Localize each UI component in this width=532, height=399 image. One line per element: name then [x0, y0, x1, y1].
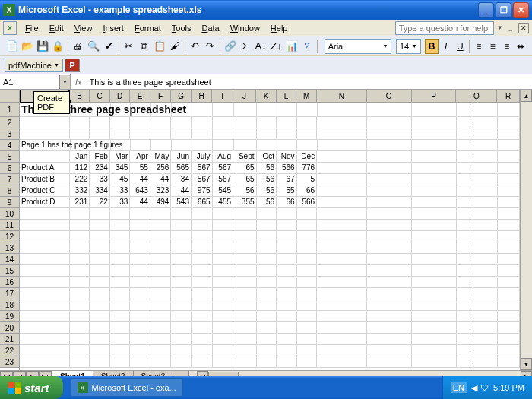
- menu-file[interactable]: File: [20, 22, 44, 34]
- sort-desc-icon[interactable]: Z↓: [269, 38, 283, 55]
- menu-window[interactable]: Window: [225, 22, 265, 34]
- cell-J9[interactable]: 355: [233, 197, 256, 208]
- cell-D3[interactable]: [110, 128, 131, 140]
- row-header-21[interactable]: 21: [0, 334, 19, 345]
- cell-Q14[interactable]: [457, 254, 498, 265]
- cell-J14[interactable]: [233, 254, 256, 265]
- menu-help[interactable]: Help: [265, 22, 293, 34]
- cell-F5[interactable]: May: [150, 151, 172, 163]
- cell-O1[interactable]: [367, 103, 412, 117]
- cell-R9[interactable]: [498, 197, 520, 208]
- cell-D14[interactable]: [110, 254, 131, 265]
- cell-D6[interactable]: 345: [110, 163, 131, 174]
- cell-Q23[interactable]: [457, 356, 498, 368]
- scroll-down-button[interactable]: ▼: [521, 358, 532, 370]
- cell-B18[interactable]: [70, 299, 90, 311]
- print-preview-icon[interactable]: 🔍: [86, 38, 100, 55]
- hyperlink-icon[interactable]: 🔗: [223, 38, 237, 55]
- cell-O17[interactable]: [367, 288, 412, 299]
- close-button[interactable]: ✕: [513, 2, 529, 18]
- cell-O23[interactable]: [367, 356, 412, 368]
- cell-H19[interactable]: [192, 311, 213, 322]
- cell-D9[interactable]: 33: [110, 197, 131, 208]
- cell-K20[interactable]: [257, 322, 277, 334]
- merge-center-button[interactable]: ⬌: [514, 39, 527, 54]
- system-tray[interactable]: EN ◀ 🛡 5:19 PM: [442, 376, 532, 399]
- cell-N17[interactable]: [317, 288, 367, 299]
- menu-view[interactable]: View: [69, 22, 98, 34]
- cell-D18[interactable]: [110, 299, 131, 311]
- cell-H10[interactable]: [192, 208, 213, 220]
- cell-C23[interactable]: [90, 356, 110, 368]
- cell-D16[interactable]: [110, 277, 131, 288]
- cell-E14[interactable]: [130, 254, 150, 265]
- cell-I20[interactable]: [213, 322, 234, 334]
- cell-N19[interactable]: [317, 311, 367, 322]
- row-header-12[interactable]: 12: [0, 231, 19, 242]
- cell-I21[interactable]: [213, 334, 234, 345]
- cell-M13[interactable]: [297, 242, 318, 254]
- cell-D10[interactable]: [110, 208, 131, 220]
- cell-R14[interactable]: [498, 254, 520, 265]
- cell-P14[interactable]: [412, 254, 457, 265]
- cell-O19[interactable]: [367, 311, 412, 322]
- cell-D5[interactable]: Mar: [110, 151, 131, 163]
- cell-P4[interactable]: [412, 140, 457, 151]
- cell-M2[interactable]: [297, 117, 318, 128]
- cell-L12[interactable]: [277, 231, 297, 242]
- cell-E2[interactable]: [130, 117, 150, 128]
- cell-C13[interactable]: [90, 242, 110, 254]
- cell-K23[interactable]: [257, 356, 277, 368]
- cell-N7[interactable]: [317, 174, 367, 185]
- cell-B13[interactable]: [70, 242, 90, 254]
- cell-C8[interactable]: 334: [90, 185, 110, 197]
- row-header-16[interactable]: 16: [0, 277, 19, 288]
- cell-J13[interactable]: [233, 242, 256, 254]
- cell-Q2[interactable]: [457, 117, 498, 128]
- paste-icon[interactable]: 📋: [152, 38, 166, 55]
- cell-C11[interactable]: [90, 220, 110, 231]
- cell-J8[interactable]: 56: [233, 185, 256, 197]
- clock[interactable]: 5:19 PM: [493, 383, 524, 392]
- cell-A12[interactable]: [20, 231, 70, 242]
- cell-K21[interactable]: [257, 334, 277, 345]
- cell-B23[interactable]: [70, 356, 90, 368]
- cell-D11[interactable]: [110, 220, 131, 231]
- menu-format[interactable]: Format: [129, 22, 166, 34]
- cell-L23[interactable]: [277, 356, 297, 368]
- cell-B19[interactable]: [70, 311, 90, 322]
- cell-Q3[interactable]: [457, 128, 498, 140]
- cell-E8[interactable]: 643: [130, 185, 150, 197]
- cell-G14[interactable]: [171, 254, 192, 265]
- cell-C17[interactable]: [90, 288, 110, 299]
- cell-F11[interactable]: [150, 220, 172, 231]
- cell-M7[interactable]: 5: [297, 174, 318, 185]
- workbook-close-button[interactable]: ✕: [518, 23, 529, 33]
- cell-N1[interactable]: [318, 103, 368, 117]
- cell-B20[interactable]: [70, 322, 90, 334]
- cell-M11[interactable]: [297, 220, 318, 231]
- cell-L20[interactable]: [277, 322, 297, 334]
- cell-J19[interactable]: [233, 311, 256, 322]
- cell-A20[interactable]: [20, 322, 70, 334]
- cell-I15[interactable]: [213, 265, 234, 277]
- cell-M12[interactable]: [297, 231, 318, 242]
- cell-G7[interactable]: 34: [171, 174, 192, 185]
- cell-N5[interactable]: [317, 151, 367, 163]
- cell-P6[interactable]: [412, 163, 457, 174]
- cell-H11[interactable]: [192, 220, 213, 231]
- cell-R13[interactable]: [498, 242, 520, 254]
- cell-K3[interactable]: [257, 128, 277, 140]
- cell-R4[interactable]: [498, 140, 520, 151]
- cell-C7[interactable]: 33: [90, 174, 110, 185]
- font-select[interactable]: Arial▼: [325, 39, 392, 54]
- column-headers[interactable]: ABCDEFGHIJKLMNOPQR: [20, 90, 520, 103]
- cell-A10[interactable]: [20, 208, 70, 220]
- cell-C16[interactable]: [90, 277, 110, 288]
- cell-K12[interactable]: [257, 231, 277, 242]
- taskbar-item-excel[interactable]: X Microsoft Excel - exa...: [71, 378, 183, 397]
- scroll-up-button[interactable]: ▲: [521, 90, 532, 102]
- autosum-icon[interactable]: Σ: [238, 38, 252, 55]
- cell-J15[interactable]: [233, 265, 256, 277]
- cell-A4[interactable]: Page 1 has the page 1 figures: [20, 140, 71, 151]
